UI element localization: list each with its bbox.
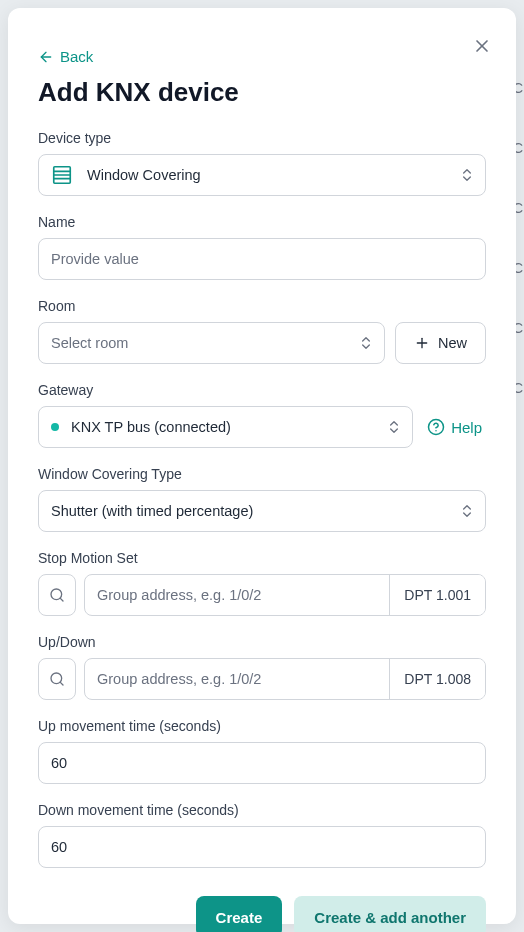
gateway-select[interactable]: KNX TP bus (connected) — [38, 406, 413, 448]
room-label: Room — [38, 298, 486, 314]
footer-actions: Create Create & add another — [38, 896, 486, 932]
up-down-field: Up/Down DPT 1.008 — [38, 634, 486, 700]
search-icon — [49, 671, 65, 687]
chevron-up-down-icon — [386, 419, 402, 435]
device-type-field: Device type Window Covering — [38, 130, 486, 196]
name-label: Name — [38, 214, 486, 230]
up-time-label: Up movement time (seconds) — [38, 718, 486, 734]
room-field: Room Select room New — [38, 298, 486, 364]
down-time-input[interactable] — [51, 827, 473, 867]
arrow-left-icon — [38, 49, 54, 65]
window-covering-icon — [51, 164, 73, 186]
room-placeholder: Select room — [51, 335, 128, 351]
name-field: Name — [38, 214, 486, 280]
svg-line-14 — [60, 682, 63, 685]
back-label: Back — [60, 48, 93, 65]
up-time-input[interactable] — [51, 743, 473, 783]
new-room-label: New — [438, 335, 467, 351]
covering-type-value: Shutter (with timed percentage) — [51, 503, 253, 519]
stop-motion-search-button[interactable] — [38, 574, 76, 616]
covering-type-field: Window Covering Type Shutter (with timed… — [38, 466, 486, 532]
device-type-select[interactable]: Window Covering — [38, 154, 486, 196]
gateway-field: Gateway KNX TP bus (connected) Help — [38, 382, 486, 448]
up-down-dpt: DPT 1.008 — [389, 659, 485, 699]
gateway-value: KNX TP bus (connected) — [71, 419, 231, 435]
search-icon — [49, 587, 65, 603]
up-down-group-wrap: DPT 1.008 — [84, 658, 486, 700]
create-add-another-button[interactable]: Create & add another — [294, 896, 486, 932]
chevron-up-down-icon — [358, 335, 374, 351]
gateway-label: Gateway — [38, 382, 486, 398]
chevron-up-down-icon — [459, 167, 475, 183]
close-icon — [472, 36, 492, 56]
covering-type-label: Window Covering Type — [38, 466, 486, 482]
device-type-label: Device type — [38, 130, 486, 146]
help-label: Help — [451, 419, 482, 436]
plus-icon — [414, 335, 430, 351]
down-time-input-wrap — [38, 826, 486, 868]
chevron-up-down-icon — [459, 503, 475, 519]
add-device-modal: Back Add KNX device Device type Window C… — [8, 8, 516, 924]
device-type-value: Window Covering — [87, 167, 201, 183]
stop-motion-field: Stop Motion Set DPT 1.001 — [38, 550, 486, 616]
svg-line-12 — [60, 598, 63, 601]
help-link[interactable]: Help — [423, 406, 486, 448]
covering-type-select[interactable]: Shutter (with timed percentage) — [38, 490, 486, 532]
name-input[interactable] — [51, 239, 473, 279]
up-down-label: Up/Down — [38, 634, 486, 650]
up-time-field: Up movement time (seconds) — [38, 718, 486, 784]
page-title: Add KNX device — [38, 77, 486, 108]
up-down-input[interactable] — [85, 659, 389, 699]
down-time-label: Down movement time (seconds) — [38, 802, 486, 818]
stop-motion-label: Stop Motion Set — [38, 550, 486, 566]
stop-motion-input[interactable] — [85, 575, 389, 615]
new-room-button[interactable]: New — [395, 322, 486, 364]
up-time-input-wrap — [38, 742, 486, 784]
back-link[interactable]: Back — [38, 48, 93, 65]
down-time-field: Down movement time (seconds) — [38, 802, 486, 868]
name-input-wrap — [38, 238, 486, 280]
status-dot-icon — [51, 423, 59, 431]
up-down-search-button[interactable] — [38, 658, 76, 700]
close-button[interactable] — [472, 36, 492, 56]
stop-motion-dpt: DPT 1.001 — [389, 575, 485, 615]
help-icon — [427, 418, 445, 436]
create-button[interactable]: Create — [196, 896, 283, 932]
stop-motion-group-wrap: DPT 1.001 — [84, 574, 486, 616]
room-select[interactable]: Select room — [38, 322, 385, 364]
